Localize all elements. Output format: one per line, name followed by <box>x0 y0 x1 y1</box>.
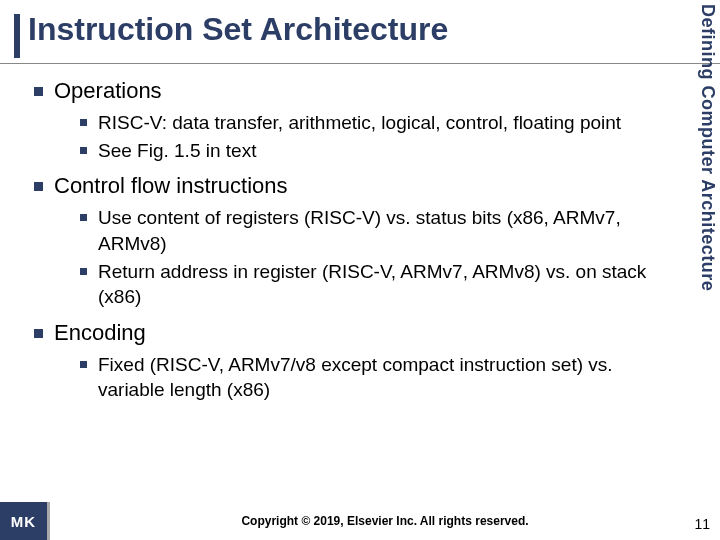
bullet-item: RISC-V: data transfer, arithmetic, logic… <box>54 110 680 136</box>
title-area: Instruction Set Architecture <box>0 0 720 64</box>
bullet-item: Fixed (RISC-V, ARMv7/v8 except compact i… <box>54 352 680 403</box>
title-accent-bar <box>14 14 20 58</box>
bullet-item: Use content of registers (RISC-V) vs. st… <box>54 205 680 256</box>
bullet-item: See Fig. 1.5 in text <box>54 138 680 164</box>
footer: MK Copyright © 2019, Elsevier Inc. All r… <box>0 502 720 540</box>
section-heading: Control flow instructions <box>54 173 288 198</box>
section-heading: Encoding <box>54 320 146 345</box>
page-number: 11 <box>694 516 710 532</box>
slide: Instruction Set Architecture Defining Co… <box>0 0 720 540</box>
bullet-item: Return address in register (RISC-V, ARMv… <box>54 259 680 310</box>
chapter-side-label: Defining Computer Architecture <box>690 4 718 334</box>
section-operations: Operations RISC-V: data transfer, arithm… <box>28 78 680 163</box>
publisher-logo: MK <box>0 502 50 540</box>
copyright-text: Copyright © 2019, Elsevier Inc. All righ… <box>50 514 720 528</box>
slide-title: Instruction Set Architecture <box>28 12 448 47</box>
section-heading: Operations <box>54 78 162 103</box>
section-control-flow: Control flow instructions Use content of… <box>28 173 680 310</box>
slide-body: Operations RISC-V: data transfer, arithm… <box>0 64 720 403</box>
section-encoding: Encoding Fixed (RISC-V, ARMv7/v8 except … <box>28 320 680 403</box>
